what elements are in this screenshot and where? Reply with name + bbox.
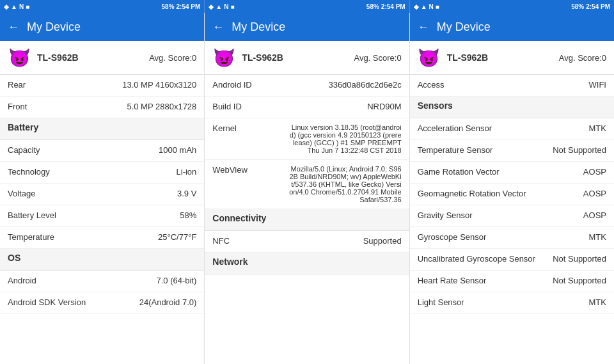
status-right-1: 58% 2:54 PM [162, 3, 201, 10]
avg-score-3: Avg. Score:0 [559, 53, 606, 63]
value-gyroscope: MTK [589, 232, 606, 242]
wifi-icon-3: ▲ [421, 3, 427, 10]
avg-score-1: Avg. Score:0 [149, 53, 196, 63]
section-os: OS [0, 249, 204, 271]
n-icon-1: N [19, 3, 24, 10]
row-gravity: Gravity Sensor AOSP [410, 205, 614, 227]
row-battery-level: Battery Level 58% [0, 205, 204, 227]
value-webview: Mozilla/5.0 (Linux; Android 7.0; S962B B… [288, 165, 401, 203]
status-bar-3: ◆ ▲ N ■ 58% 2:54 PM [410, 0, 614, 13]
panel-3-content: 😈 TL-S962B Avg. Score:0 Access WIFI Sens… [410, 41, 614, 364]
status-left-3: ◆ ▲ N ■ [414, 3, 439, 10]
label-android: Android [8, 276, 156, 285]
app-bar-title-3: My Device [437, 20, 491, 34]
device-header-2: 😈 TL-S962B Avg. Score:0 [205, 41, 409, 75]
value-sdk: 24(Android 7.0) [139, 297, 197, 307]
label-gravity: Gravity Sensor [418, 210, 583, 220]
row-android-id: Android ID 336d0a86dc2d6e2c [205, 75, 409, 97]
section-connectivity-label: Connectivity [212, 213, 401, 223]
label-temperature-sensor: Temperature Sensor [418, 145, 553, 155]
section-sensors: Sensors [410, 97, 614, 118]
label-light-sensor: Light Sensor [418, 297, 589, 307]
status-left-1: ◆ ▲ N ■ [4, 3, 29, 10]
label-temperature: Temperature [8, 232, 158, 242]
value-acceleration: MTK [589, 123, 606, 133]
value-temperature-sensor: Not Supported [553, 145, 606, 155]
panel-1-content: 😈 TL-S962B Avg. Score:0 Rear 13.0 MP 416… [0, 41, 204, 364]
device-header-1: 😈 TL-S962B Avg. Score:0 [0, 41, 204, 75]
bt-icon-3: ◆ [414, 3, 419, 10]
row-gyroscope: Gyroscope Sensor MTK [410, 227, 614, 249]
section-os-label: OS [8, 253, 196, 263]
value-kernel: Linux version 3.18.35 (root@android) (gc… [288, 123, 401, 154]
panel-2: ← My Device 😈 TL-S962B Avg. Score:0 Andr… [205, 13, 409, 364]
section-battery: Battery [0, 118, 204, 140]
label-geomagnetic: Geomagnetic Rotation Vector [418, 189, 583, 198]
section-network-label: Network [212, 257, 401, 267]
row-kernel: Kernel Linux version 3.18.35 (root@andro… [205, 118, 409, 160]
bt-icon-2: ◆ [209, 3, 214, 10]
value-gravity: AOSP [583, 210, 606, 220]
time-3: 2:54 PM [586, 3, 610, 10]
label-build-id: Build ID [212, 102, 367, 111]
row-voltage: Voltage 3.9 V [0, 184, 204, 205]
label-uncalibrated-gyroscope: Uncalibrated Gyroscope Sensor [418, 254, 553, 264]
value-geomagnetic: AOSP [583, 189, 606, 198]
device-icon-3: 😈 [418, 46, 441, 69]
device-header-3: 😈 TL-S962B Avg. Score:0 [410, 41, 614, 75]
status-left-2: ◆ ▲ N ■ [209, 3, 234, 10]
label-game-rotation: Game Rotation Vector [418, 167, 583, 177]
wifi-icon-2: ▲ [216, 3, 222, 10]
label-android-id: Android ID [212, 80, 328, 90]
app-bar-3: ← My Device [410, 13, 614, 41]
value-capacity: 1000 mAh [159, 145, 196, 155]
wifi-icon-1: ▲ [11, 3, 17, 10]
device-name-2: TL-S962B [242, 52, 354, 63]
notif-icon-1: ■ [26, 3, 29, 10]
label-gyroscope: Gyroscope Sensor [418, 232, 589, 242]
label-capacity: Capacity [8, 145, 159, 155]
value-temperature: 25°C/77°F [158, 232, 196, 242]
back-button-2[interactable]: ← [212, 20, 224, 34]
section-network: Network [205, 253, 409, 274]
notif-icon-2: ■ [230, 3, 234, 10]
n-icon-2: N [224, 3, 228, 10]
status-bar-1: ◆ ▲ N ■ 58% 2:54 PM [0, 0, 205, 13]
row-acceleration: Acceleration Sensor MTK [410, 118, 614, 140]
device-icon-2: 😈 [212, 46, 235, 69]
device-name-3: TL-S962B [447, 52, 559, 63]
value-front: 5.0 MP 2880x1728 [127, 102, 196, 111]
label-front: Front [8, 102, 127, 111]
label-rear: Rear [8, 80, 122, 90]
status-right-2: 58% 2:54 PM [366, 3, 405, 10]
row-rear: Rear 13.0 MP 4160x3120 [0, 75, 204, 97]
battery-1: 58% [162, 3, 175, 10]
value-nfc: Supported [363, 236, 402, 246]
notif-icon-3: ■ [436, 3, 439, 10]
value-uncalibrated-gyroscope: Not Supported [553, 254, 606, 264]
back-button-3[interactable]: ← [418, 20, 429, 34]
section-sensors-label: Sensors [418, 100, 606, 111]
row-access: Access WIFI [410, 75, 614, 97]
value-android: 7.0 (64-bit) [156, 276, 196, 285]
row-technology: Technology Li-ion [0, 162, 204, 184]
back-button-1[interactable]: ← [8, 20, 19, 34]
device-icon-1: 😈 [8, 46, 31, 69]
value-build-id: NRD90M [367, 102, 401, 111]
app-bar-1: ← My Device [0, 13, 204, 41]
label-battery-level: Battery Level [8, 210, 180, 220]
section-battery-label: Battery [8, 122, 196, 132]
panels-container: ← My Device 😈 TL-S962B Avg. Score:0 Rear… [0, 13, 614, 364]
value-access: WIFI [589, 80, 606, 90]
label-nfc: NFC [212, 236, 363, 246]
value-light-sensor: MTK [589, 297, 606, 307]
app-bar-title-1: My Device [27, 20, 81, 34]
label-heart-rate: Heart Rate Sensor [418, 276, 553, 285]
value-game-rotation: AOSP [583, 167, 606, 177]
value-battery-level: 58% [180, 210, 196, 220]
value-rear: 13.0 MP 4160x3120 [122, 80, 196, 90]
label-access: Access [418, 80, 589, 90]
value-heart-rate: Not Supported [553, 276, 606, 285]
panel-1: ← My Device 😈 TL-S962B Avg. Score:0 Rear… [0, 13, 205, 364]
section-connectivity: Connectivity [205, 209, 409, 231]
